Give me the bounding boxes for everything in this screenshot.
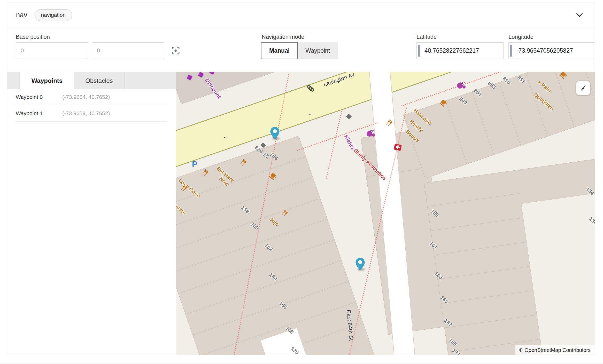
mode-manual-button[interactable]: Manual: [261, 42, 298, 59]
cosmetics-shop-icon: [457, 83, 463, 89]
mode-waypoint-button[interactable]: Waypoint: [298, 42, 338, 59]
base-position-label: Base position: [16, 34, 50, 40]
base-position-y-input[interactable]: [92, 42, 164, 59]
bicycle-parking-icon: P: [192, 160, 197, 169]
oneway-arrow-down-icon: ↓: [308, 109, 312, 117]
building-block-northeast: [403, 72, 595, 179]
waypoint-coords: (-73.9659, 40.7652): [62, 110, 110, 116]
building-block-northwest: [176, 72, 274, 104]
cosmetics-shop-icon: [367, 131, 372, 137]
clothes-shop-icon: [187, 75, 192, 81]
shop-icon: [346, 114, 352, 119]
clothes-shop-icon: [209, 72, 215, 75]
content-area: Waypoints Obstacles Waypoint 0 (-73.9654…: [7, 72, 595, 355]
waypoint-pin-1[interactable]: [355, 258, 365, 271]
tab-strip: Waypoints Obstacles: [7, 72, 176, 89]
focus-base-button[interactable]: [171, 45, 181, 57]
map-attribution: © OpenStreetMap Contributors: [515, 345, 595, 355]
page-divider: [0, 363, 603, 363]
latitude-field-wrap: [416, 42, 504, 59]
waypoint-coords: (-73.9654, 40.7652): [62, 94, 110, 100]
latitude-drag-handle: [418, 45, 420, 57]
oneway-arrow-left-icon: ←: [222, 133, 229, 141]
waypoint-name: Waypoint 1: [16, 110, 62, 116]
latitude-label: Latitude: [416, 34, 437, 40]
longitude-input[interactable]: [508, 42, 595, 59]
dashed-path: [326, 111, 342, 179]
waypoint-row-0[interactable]: Waypoint 0 (-73.9654, 40.7652): [16, 89, 167, 105]
controls-row: Base position Navigation mode Manual Way…: [7, 27, 595, 72]
navigation-mode-toggle: Manual Waypoint: [261, 42, 338, 59]
waypoint-row-1[interactable]: Waypoint 1 (-73.9659, 40.7652): [16, 105, 167, 122]
card-header: nav navigation: [7, 3, 595, 27]
longitude-field-wrap: [508, 42, 595, 59]
tab-waypoints[interactable]: Waypoints: [20, 72, 74, 89]
card-title: nav: [16, 11, 27, 19]
poi-label-kiehls: Kiehl's: [343, 134, 356, 152]
waypoint-name: Waypoint 0: [16, 94, 62, 100]
crosshair-icon: [171, 45, 181, 56]
map-canvas[interactable]: Lexington Av East 64th St Discount Kiehl…: [176, 72, 595, 355]
longitude-label: Longitude: [508, 34, 534, 40]
nav-card: nav navigation Base position Navigation …: [7, 3, 595, 355]
latitude-input[interactable]: [416, 42, 504, 59]
waypoints-sidebar: Waypoints Obstacles Waypoint 0 (-73.9654…: [7, 72, 176, 355]
navigation-mode-label: Navigation mode: [262, 34, 304, 40]
collapse-chevron-icon[interactable]: [575, 11, 584, 19]
courtyard: [521, 193, 595, 355]
base-position-x-input[interactable]: [16, 42, 88, 59]
compass-needle-icon: [578, 83, 588, 93]
courtyard: [260, 328, 308, 355]
tab-obstacles[interactable]: Obstacles: [74, 72, 125, 89]
clothes-shop-icon: [198, 72, 204, 78]
longitude-drag-handle: [510, 45, 512, 57]
compass-button[interactable]: [576, 81, 590, 95]
waypoint-pin-0[interactable]: [270, 127, 280, 140]
component-type-badge: navigation: [35, 9, 72, 21]
